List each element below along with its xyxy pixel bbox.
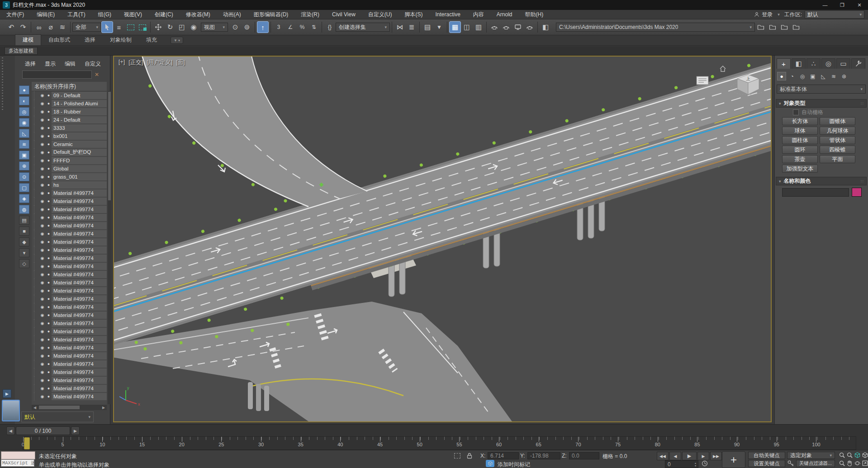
current-frame-spinner[interactable]: 0 ▴▾ <box>665 460 698 468</box>
workspace-selector[interactable]: 工作区: 默认 ▾ <box>784 10 868 19</box>
zoom-region-icon[interactable] <box>839 460 845 467</box>
viewport-menu-label[interactable]: [+] <box>119 59 125 66</box>
list-item[interactable]: ◉ ● Material #499774 <box>32 189 107 197</box>
list-item[interactable]: ◉ ● 18 - Rubber <box>32 108 107 116</box>
menu-item[interactable]: 创建(C) <box>148 10 180 19</box>
filter-materials-icon[interactable]: ▣ <box>19 151 29 160</box>
menu-item[interactable]: 帮助(H) <box>519 10 550 19</box>
expand-panel-button[interactable]: ▶ <box>3 389 11 398</box>
select-and-move-icon[interactable] <box>152 21 164 33</box>
scroll-left-icon[interactable]: ◀ <box>32 406 38 410</box>
filter-spacewarps-icon[interactable]: ≋ <box>19 140 29 149</box>
angle-snap-icon[interactable]: ∠ <box>285 21 296 33</box>
use-pivot-point-icon[interactable]: ⊙ <box>229 21 241 33</box>
list-item[interactable]: ◉ ● Material #499774 <box>32 376 107 384</box>
object-name-input[interactable] <box>782 188 849 197</box>
y-coordinate-field[interactable]: -178.98 <box>527 452 560 459</box>
list-item[interactable]: ◉ ● 24 - Default <box>32 116 107 124</box>
reference-coordinate-dropdown[interactable]: 视图▾ <box>201 23 228 32</box>
next-key-button[interactable]: ▶ <box>697 452 709 460</box>
menu-item[interactable]: 图形编辑器(D) <box>247 10 295 19</box>
list-item[interactable]: ◉ ● bx001 <box>32 132 107 140</box>
zoom-icon[interactable] <box>839 452 845 459</box>
list-item[interactable]: ◉ ● 14 - Polished Alumi <box>32 99 107 108</box>
visibility-eye-icon[interactable]: ◉ <box>39 175 46 179</box>
list-item[interactable]: ◉ ● Material #499774 <box>32 295 107 303</box>
menu-item[interactable]: Civil View <box>326 10 362 19</box>
visibility-eye-icon[interactable]: ◉ <box>39 199 46 203</box>
scroll-right-icon[interactable]: ▶ <box>100 406 107 410</box>
visibility-eye-icon[interactable]: ◉ <box>39 305 46 309</box>
menu-item[interactable]: 组(G) <box>92 10 118 19</box>
list-item[interactable]: ◉ ● Default_护栏DQ <box>32 148 107 156</box>
list-item[interactable]: ◉ ● Material #499774 <box>32 238 107 246</box>
viewport-3d-scene[interactable]: 上 x y <box>114 57 771 421</box>
list-item[interactable]: ◉ ● Material #499774 <box>32 213 107 222</box>
visibility-eye-icon[interactable]: ◉ <box>39 191 46 195</box>
filter-visibility-icon[interactable]: ◍ <box>19 205 29 214</box>
maxscript-mini-listener[interactable] <box>1 451 35 459</box>
explorer-search-input[interactable] <box>22 71 92 79</box>
layer-manager-icon[interactable]: ▤ <box>422 21 433 33</box>
visibility-eye-icon[interactable]: ◉ <box>39 223 46 228</box>
menu-item[interactable]: 视图(V) <box>118 10 148 19</box>
ribbon-toggle-icon[interactable]: ▼ <box>433 21 445 33</box>
list-item[interactable]: ◉ ● Material #499774 <box>32 344 107 352</box>
misc-display-icon[interactable]: ◇ <box>19 259 29 268</box>
render-production-icon[interactable] <box>524 21 536 33</box>
tab-modeling[interactable]: 建模 <box>15 34 41 45</box>
tab-motion[interactable]: ◎ <box>821 58 835 69</box>
visibility-eye-icon[interactable]: ◉ <box>39 378 46 383</box>
list-item[interactable]: ◉ ● Material #499774 <box>32 392 107 401</box>
maximize-viewport-icon[interactable] <box>862 460 868 467</box>
primitive-button[interactable]: 四棱锥 <box>820 146 855 154</box>
object-color-swatch[interactable] <box>852 188 862 197</box>
key-time-toggle-icon[interactable] <box>701 460 708 467</box>
selection-lock-icon[interactable] <box>466 452 473 459</box>
select-and-rotate-icon[interactable]: ↻ <box>164 21 176 33</box>
list-item[interactable]: ◉ ● Material #499774 <box>32 311 107 319</box>
select-and-manipulate-icon[interactable]: ↑ <box>257 21 269 33</box>
filter-cameras-icon[interactable]: ◉ <box>19 118 29 127</box>
use-selection-center-icon[interactable]: ⊚ <box>241 21 253 33</box>
visibility-eye-icon[interactable]: ◉ <box>39 150 46 155</box>
visibility-eye-icon[interactable]: ◉ <box>39 183 46 187</box>
visibility-eye-icon[interactable]: ◉ <box>39 313 46 317</box>
list-item[interactable]: ◉ ● Material #499774 <box>32 205 107 213</box>
category-systems-icon[interactable]: ⊛ <box>840 72 849 80</box>
tab-populate[interactable]: 填充 <box>139 35 164 45</box>
curve-editor-icon[interactable]: ▦ <box>449 21 461 33</box>
visibility-eye-icon[interactable]: ◉ <box>39 109 46 114</box>
select-by-name-icon[interactable]: ≡ <box>113 21 125 33</box>
filter-particles-icon[interactable]: ◈ <box>19 194 29 203</box>
autogrid-checkbox-row[interactable]: 自动栅格 <box>793 109 823 116</box>
rollout-grip-icon[interactable]: ∷ <box>861 101 863 106</box>
visibility-eye-icon[interactable]: ◉ <box>39 240 46 244</box>
visibility-eye-icon[interactable]: ◉ <box>39 386 46 391</box>
key-icon[interactable] <box>787 460 794 467</box>
auto-key-button[interactable]: 自动关键点 <box>748 452 785 459</box>
schematic-view-icon[interactable]: ◫ <box>461 21 473 33</box>
scrollbar-thumb[interactable] <box>39 406 80 409</box>
filter-xrefs-icon[interactable]: ⊕ <box>19 161 29 170</box>
align-icon[interactable]: ≣ <box>406 21 417 33</box>
vertical-scrollbar[interactable] <box>108 91 111 404</box>
render-setup-icon[interactable] <box>500 21 512 33</box>
tab-freeform[interactable]: 自由形式 <box>41 35 77 45</box>
sort-mode-icon[interactable]: ▾ <box>19 248 29 257</box>
goto-start-button[interactable]: ◀◀ <box>657 452 669 460</box>
visibility-eye-icon[interactable]: ◉ <box>39 232 46 236</box>
tab-modify[interactable]: ◧ <box>792 58 806 69</box>
menu-item[interactable]: 渲染(R) <box>294 10 326 19</box>
primitive-button[interactable]: 圆锥体 <box>820 117 855 125</box>
state-sets-compare-icon[interactable]: ◧ <box>540 21 551 33</box>
display-list-icon[interactable]: ▤ <box>19 216 29 225</box>
time-slider-handle[interactable] <box>24 437 30 449</box>
zoom-extents-icon[interactable] <box>854 452 861 459</box>
explorer-menu-item[interactable]: 自定义 <box>85 60 101 68</box>
key-filters-button[interactable]: 关键点过滤器... <box>796 460 835 467</box>
visibility-eye-icon[interactable]: ◉ <box>39 297 46 301</box>
primitive-button[interactable]: 几何球体 <box>820 127 855 135</box>
primitive-button[interactable]: 圆环 <box>782 146 818 154</box>
list-item[interactable]: ◉ ● Material #499774 <box>32 384 107 392</box>
